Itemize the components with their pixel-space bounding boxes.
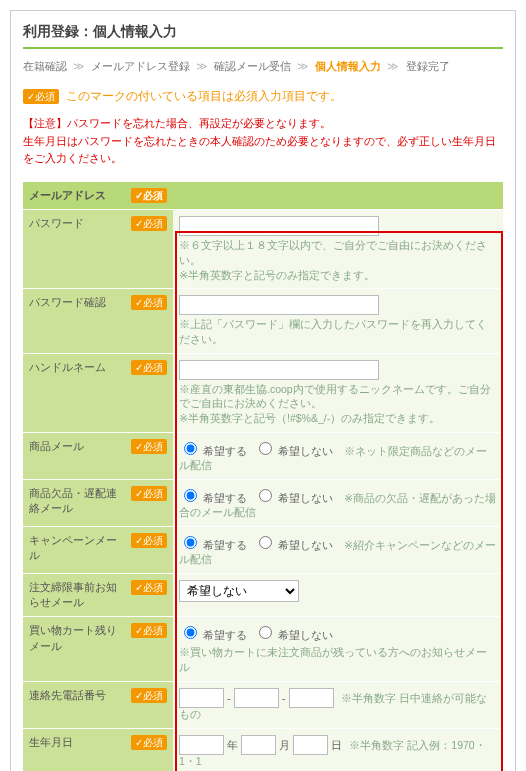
stock-mail-no-radio[interactable] [259, 489, 272, 502]
warning-line: 生年月日はパスワードを忘れたときの本人確認のため必要となりますので、必ず正しい生… [23, 133, 503, 168]
breadcrumb: 在籍確認 ≫ メールアドレス登録 ≫ 確認メール受信 ≫ 個人情報入力 ≫ 登録… [23, 59, 503, 74]
required-note: ✓必須 このマークの付いている項目は必須入力項目です。 [23, 88, 503, 105]
required-badge: ✓必須 [131, 216, 167, 231]
hint-handle: ※産直の東都生協.coop内で使用するニックネームです。ご自分でご自由にお決めく… [179, 382, 497, 426]
stock-mail-yes-radio[interactable] [184, 489, 197, 502]
phone-sep: - [227, 692, 231, 704]
required-badge: ✓必須 [131, 295, 167, 310]
breadcrumb-sep: ≫ [196, 60, 208, 72]
breadcrumb-step: 確認メール受信 [214, 60, 291, 72]
form-panel: 利用登録：個人情報入力 在籍確認 ≫ メールアドレス登録 ≫ 確認メール受信 ≫… [10, 10, 516, 771]
phone-1-input[interactable] [179, 688, 224, 708]
required-badge: ✓必須 [23, 89, 59, 104]
phone-sep: - [282, 692, 286, 704]
label-password: パスワード [29, 216, 84, 231]
label-birth: 生年月日 [29, 735, 73, 750]
breadcrumb-step: メールアドレス登録 [91, 60, 190, 72]
page-title: 利用登録：個人情報入力 [23, 23, 503, 49]
unit-year: 年 [227, 739, 238, 751]
required-badge: ✓必須 [131, 486, 167, 501]
unit-month: 月 [279, 739, 290, 751]
cart-mail-yes-radio[interactable] [184, 626, 197, 639]
handle-input[interactable] [179, 360, 379, 380]
section-header: メールアドレス ✓必須 [23, 182, 173, 210]
cart-mail-yes[interactable]: 希望する [179, 629, 247, 641]
label-product-mail: 商品メール [29, 439, 84, 454]
stock-mail-yes[interactable]: 希望する [179, 492, 247, 504]
warning-line: 【注意】パスワードを忘れた場合、再設定が必要となります。 [23, 115, 503, 133]
campaign-mail-no[interactable]: 希望しない [254, 539, 333, 551]
phone-2-input[interactable] [234, 688, 279, 708]
required-badge: ✓必須 [131, 188, 167, 203]
label-cart-mail: 買い物カート残りメール [29, 623, 127, 654]
note-cart-mail: ※買い物カートに未注文商品が残っている方へのお知らせメール [179, 645, 497, 674]
birth-year-input[interactable] [179, 735, 224, 755]
label-handle: ハンドルネーム [29, 360, 106, 375]
product-mail-no[interactable]: 希望しない [254, 445, 333, 457]
breadcrumb-sep: ≫ [297, 60, 309, 72]
campaign-mail-yes-radio[interactable] [184, 536, 197, 549]
warning-block: 【注意】パスワードを忘れた場合、再設定が必要となります。 生年月日はパスワードを… [23, 115, 503, 168]
required-badge: ✓必須 [131, 735, 167, 750]
product-mail-yes-radio[interactable] [184, 442, 197, 455]
phone-3-input[interactable] [289, 688, 334, 708]
product-mail-yes[interactable]: 希望する [179, 445, 247, 457]
label-password-confirm: パスワード確認 [29, 295, 106, 310]
required-badge: ✓必須 [131, 688, 167, 703]
password-input[interactable] [179, 216, 379, 236]
cart-mail-no-radio[interactable] [259, 626, 272, 639]
birth-month-input[interactable] [241, 735, 276, 755]
required-badge: ✓必須 [131, 580, 167, 595]
breadcrumb-step: 在籍確認 [23, 60, 67, 72]
unit-day: 日 [331, 739, 342, 751]
breadcrumb-step-current: 個人情報入力 [315, 60, 381, 72]
label-phone: 連絡先電話番号 [29, 688, 106, 703]
birth-day-input[interactable] [293, 735, 328, 755]
campaign-mail-yes[interactable]: 希望する [179, 539, 247, 551]
label-deadline-mail: 注文締限事前お知らせメール [29, 580, 127, 611]
required-badge: ✓必須 [131, 439, 167, 454]
deadline-mail-select[interactable]: 希望しない [179, 580, 299, 602]
required-badge: ✓必須 [131, 623, 167, 638]
product-mail-no-radio[interactable] [259, 442, 272, 455]
label-campaign-mail: キャンペーンメール [29, 533, 127, 564]
breadcrumb-sep: ≫ [387, 60, 399, 72]
hint-password-confirm: ※上記「パスワード」欄に入力したパスワードを再入力してください。 [179, 317, 497, 346]
password-confirm-input[interactable] [179, 295, 379, 315]
breadcrumb-step: 登録完了 [406, 60, 450, 72]
hint-password: ※６文字以上１８文字以内で、ご自分でご自由にお決めください。 ※半角英数字と記号… [179, 238, 497, 282]
cart-mail-no[interactable]: 希望しない [254, 629, 333, 641]
required-badge: ✓必須 [131, 360, 167, 375]
breadcrumb-sep: ≫ [73, 60, 85, 72]
required-note-text: このマークの付いている項目は必須入力項目です。 [66, 89, 342, 103]
section-header-label: メールアドレス [29, 188, 106, 203]
section-header-cell [173, 182, 503, 210]
label-stock-mail: 商品欠品・遅配連絡メール [29, 486, 127, 517]
required-badge: ✓必須 [131, 533, 167, 548]
campaign-mail-no-radio[interactable] [259, 536, 272, 549]
form-table: メールアドレス ✓必須 パスワード✓必須 ※６文字以上１８文字以内で、ご自分でご… [23, 182, 503, 771]
stock-mail-no[interactable]: 希望しない [254, 492, 333, 504]
